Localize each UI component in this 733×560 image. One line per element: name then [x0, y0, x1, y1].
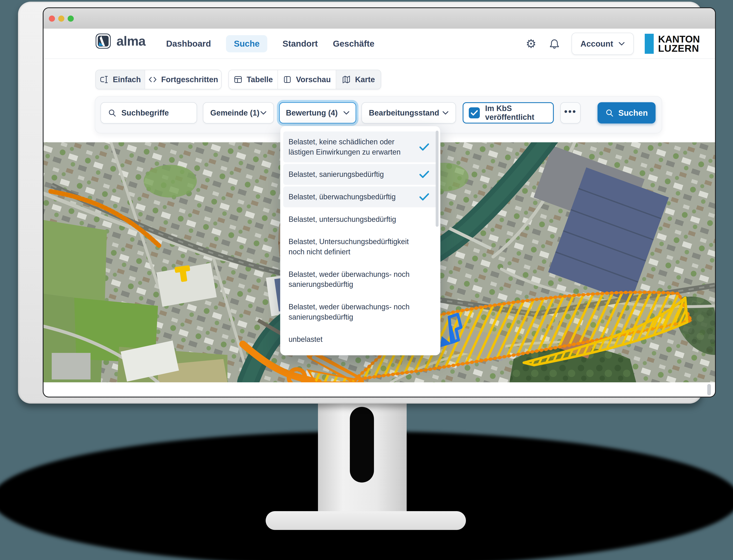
- checkbox-checked-icon: [469, 107, 480, 118]
- chevron-down-icon: [260, 111, 267, 115]
- map-icon: [342, 75, 351, 84]
- check-icon: [419, 193, 429, 201]
- window-titlebar: [44, 8, 715, 29]
- header-actions: ⚙ Account KANTON LUZERN: [525, 29, 700, 59]
- dropdown-option[interactable]: Belastet, weder überwachungs- noch sanie…: [283, 296, 437, 327]
- table-icon: [234, 75, 243, 84]
- kanton-luzern-logo: KANTON LUZERN: [645, 34, 700, 54]
- kanton-logo-bar: [645, 34, 654, 54]
- search-icon: [108, 109, 117, 117]
- chevron-down-icon: [343, 111, 350, 115]
- bearbeitungsstand-label: Bearbeitungsstand: [369, 109, 439, 117]
- search-placeholder: Suchbegriffe: [121, 109, 169, 117]
- view-segment-group: Tabelle Vorschau Karte: [229, 70, 381, 89]
- brand-wordmark: alma: [117, 34, 146, 49]
- close-window-button[interactable]: [49, 16, 55, 22]
- notifications-button[interactable]: [548, 38, 560, 50]
- settings-button[interactable]: ⚙: [525, 38, 537, 50]
- page-background: alma Dashboard Suche Standort Geschäfte …: [0, 0, 733, 560]
- bearbeitungsstand-filter-dropdown[interactable]: Bearbeitungsstand: [362, 102, 456, 123]
- alma-logo-icon: [95, 33, 111, 49]
- search-input[interactable]: Suchbegriffe: [101, 102, 197, 123]
- bell-icon: [549, 38, 560, 49]
- tab-einfach[interactable]: Einfach: [96, 70, 145, 89]
- bewertung-dropdown-menu: Belastet, keine schädlichen oder lästige…: [280, 126, 440, 355]
- tab-fortgeschritten[interactable]: Fortgeschritten: [145, 70, 221, 89]
- view-toolbar: Einfach Fortgeschritten Tabelle: [44, 70, 715, 89]
- search-icon: [605, 109, 614, 117]
- suchen-label: Suchen: [618, 108, 648, 118]
- account-label: Account: [580, 39, 613, 48]
- text-cursor-icon: [100, 75, 109, 84]
- page-scrollbar-thumb[interactable]: [707, 384, 711, 395]
- check-icon: [419, 171, 429, 178]
- segment-label: Einfach: [113, 75, 141, 84]
- main-nav: Dashboard Suche Standort Geschäfte: [166, 29, 374, 59]
- nav-dashboard[interactable]: Dashboard: [166, 35, 211, 52]
- zoom-window-button[interactable]: [68, 16, 74, 22]
- segment-label: Karte: [355, 75, 375, 84]
- kanton-line1: KANTON: [658, 35, 700, 44]
- dropdown-option[interactable]: Belastet, überwachungsbedürftig: [283, 186, 437, 207]
- search-submit-button[interactable]: Suchen: [597, 102, 656, 123]
- bewertung-filter-dropdown[interactable]: Bewertung (4): [279, 102, 356, 123]
- bewertung-label: Bewertung (4): [286, 109, 338, 117]
- monitor-stand-slot: [350, 407, 374, 483]
- nav-suche[interactable]: Suche: [226, 35, 267, 52]
- dropdown-option[interactable]: unbelastet: [283, 329, 437, 350]
- gear-icon: ⚙: [526, 38, 536, 50]
- code-icon: [148, 75, 157, 84]
- nav-geschaefte[interactable]: Geschäfte: [333, 35, 374, 52]
- chevron-down-icon: [442, 111, 448, 115]
- dropdown-option[interactable]: Belastet, sanierungsbedürftig: [283, 164, 437, 185]
- kbs-label: Im KbS veröffentlicht: [485, 104, 548, 122]
- monitor-stand-base: [266, 511, 466, 530]
- dropdown-option[interactable]: Belastet, weder überwachungs- noch sanie…: [283, 264, 437, 295]
- nav-standort[interactable]: Standort: [283, 35, 318, 52]
- account-menu-button[interactable]: Account: [571, 33, 634, 55]
- gemeinde-filter-dropdown[interactable]: Gemeinde (1): [203, 102, 274, 123]
- gemeinde-label: Gemeinde (1): [210, 109, 260, 117]
- monitor-frame: alma Dashboard Suche Standort Geschäfte …: [18, 2, 702, 404]
- header-divider: [44, 58, 715, 59]
- mode-segment-group: Einfach Fortgeschritten: [95, 70, 222, 89]
- brand-logo[interactable]: alma: [95, 33, 146, 49]
- split-panel-icon: [283, 75, 292, 84]
- tab-tabelle[interactable]: Tabelle: [229, 70, 278, 89]
- check-icon: [419, 143, 429, 151]
- dropdown-option[interactable]: Belastet, untersuchungsbedürftig: [283, 209, 437, 230]
- segment-label: Tabelle: [247, 75, 273, 84]
- tab-karte[interactable]: Karte: [336, 70, 381, 89]
- segment-label: Fortgeschritten: [161, 75, 218, 84]
- minimize-window-button[interactable]: [58, 16, 64, 22]
- kbs-published-toggle[interactable]: Im KbS veröffentlicht: [463, 102, 554, 123]
- tab-vorschau[interactable]: Vorschau: [278, 70, 336, 89]
- dropdown-option[interactable]: Belastet, keine schädlichen oder lästige…: [283, 131, 437, 162]
- dropdown-scrollbar-thumb[interactable]: [436, 131, 438, 227]
- more-filters-button[interactable]: •••: [560, 102, 580, 123]
- segment-label: Vorschau: [296, 75, 331, 84]
- browser-window: alma Dashboard Suche Standort Geschäfte …: [44, 8, 715, 397]
- chevron-down-icon: [619, 42, 625, 46]
- kanton-line2: LUZERN: [658, 44, 700, 53]
- app-header: alma Dashboard Suche Standort Geschäfte …: [44, 29, 715, 59]
- dropdown-option[interactable]: Belastet, Untersuchungsbedürftigkeit noc…: [283, 231, 437, 262]
